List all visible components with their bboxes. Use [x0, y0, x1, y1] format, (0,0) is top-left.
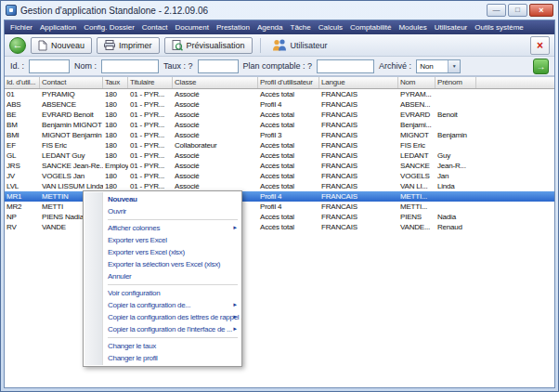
- column-header-filler: [476, 77, 554, 88]
- new-button[interactable]: Nouveau: [31, 37, 92, 54]
- table-row[interactable]: BMIMIGNOT Benjamin18001 - PYR...AssociéP…: [5, 130, 554, 140]
- filter-archived-value: Non: [420, 62, 434, 71]
- filter-archived-select[interactable]: Non ▼: [416, 59, 461, 73]
- cell-id: GL: [5, 150, 40, 161]
- context-menu-item-label: Changer le taux: [108, 342, 156, 350]
- context-menu-item[interactable]: Afficher colonnes►: [84, 222, 241, 234]
- cell-filler: [476, 212, 554, 222]
- filter-name-input[interactable]: [101, 59, 159, 73]
- context-menu-item[interactable]: Annuler: [84, 270, 241, 282]
- menubar-item-config-dossier[interactable]: Config. Dossier: [80, 23, 138, 32]
- context-menu: NouveauOuvrirAfficher colonnes►Exporter …: [83, 190, 242, 367]
- menubar-item-prestation[interactable]: Prestation: [213, 23, 254, 32]
- menubar-item-calculs[interactable]: Calculs: [315, 23, 346, 32]
- context-menu-item[interactable]: Ouvrir: [84, 205, 241, 217]
- menubar-item-fichier[interactable]: Fichier: [6, 23, 36, 32]
- cell-langue: FRANCAIS: [319, 140, 398, 150]
- context-menu-item[interactable]: Changer le taux: [84, 340, 241, 352]
- app-icon[interactable]: [6, 5, 17, 16]
- context-menu-item[interactable]: Copier la configuration de l'interface d…: [84, 323, 241, 335]
- filter-plan-label: Plan comptable : ?: [243, 61, 313, 71]
- cell-profil: Accès total: [258, 140, 319, 150]
- context-menu-item[interactable]: Copier la configuration des lettres de r…: [84, 311, 241, 323]
- cell-langue: FRANCAIS: [319, 222, 398, 232]
- table-row[interactable]: BEEVRARD Benoit18001 - PYR...AssociéAccè…: [5, 110, 554, 120]
- cell-id: BE: [5, 110, 40, 120]
- table-row[interactable]: GLLEDANT Guy18001 - PYR...AssociéAccès t…: [5, 150, 554, 161]
- close-module-button[interactable]: ×: [530, 36, 550, 55]
- back-button[interactable]: ←: [9, 37, 26, 54]
- filter-bar: Id. : Nom : Taux : ? Plan comptable : ? …: [5, 57, 554, 77]
- cell-langue: FRANCAIS: [319, 150, 398, 161]
- column-header-profil[interactable]: Profil d'utilisateur: [258, 77, 319, 88]
- cell-id: MR1: [5, 191, 40, 202]
- filter-id-input[interactable]: [29, 59, 70, 73]
- filter-id-label: Id. :: [10, 61, 24, 71]
- back-icon: ←: [13, 40, 23, 50]
- preview-button[interactable]: Prévisualisation: [164, 37, 253, 54]
- app-window: Gestion d'application Standalone - 2.12.…: [0, 0, 559, 392]
- column-header-classe[interactable]: Classe: [173, 77, 258, 88]
- menubar-item-t-che[interactable]: Tâche: [287, 23, 315, 32]
- submenu-arrow-icon: ►: [232, 323, 238, 335]
- cell-id: NP: [5, 212, 40, 222]
- filter-archived-label: Archivé :: [379, 61, 411, 71]
- maximize-button[interactable]: □: [508, 4, 527, 17]
- preview-button-label: Prévisualisation: [187, 41, 245, 50]
- cell-taux: 180: [103, 89, 128, 99]
- cell-id: LVL: [5, 181, 40, 191]
- cell-profil: Accès total: [258, 171, 319, 181]
- column-header-taux[interactable]: Taux: [103, 77, 128, 88]
- menubar-item-application[interactable]: Application: [36, 23, 80, 32]
- cell-filler: [476, 89, 554, 99]
- cell-nom: Benjami...: [398, 120, 436, 130]
- user-module-button[interactable]: Utilisateur: [268, 39, 332, 51]
- table-row[interactable]: BMBenjamin MIGNOT18001 - PYR...AssociéAc…: [5, 120, 554, 130]
- menubar-item-comptabilit-[interactable]: Comptabilité: [346, 23, 395, 32]
- cell-taux: 180: [103, 99, 128, 110]
- cell-langue: FRANCAIS: [319, 202, 398, 212]
- context-menu-item[interactable]: Nouveau: [84, 193, 241, 205]
- context-menu-item-label: Changer le profil: [108, 354, 158, 362]
- context-menu-item[interactable]: Changer le profil: [84, 352, 241, 364]
- context-menu-item[interactable]: Copier la configuration de...►: [84, 299, 241, 311]
- table-row[interactable]: ABSABSENCE18001 - PYR...AssociéProfil 4F…: [5, 99, 554, 110]
- cell-classe: Associé: [173, 171, 258, 181]
- cell-filler: [476, 202, 554, 212]
- context-menu-item-label: Copier la configuration des lettres de r…: [108, 313, 241, 321]
- filter-plan-input[interactable]: [317, 59, 374, 73]
- context-menu-item-label: Exporter vers Excel: [108, 236, 167, 244]
- menubar-item-utilisateur[interactable]: Utilisateur: [431, 23, 472, 32]
- menubar-item-modules[interactable]: Modules: [395, 23, 430, 32]
- cell-prenom: [436, 99, 476, 110]
- context-menu-item[interactable]: Exporter vers Excel: [84, 234, 241, 246]
- filter-rate-input[interactable]: [198, 59, 239, 73]
- close-button[interactable]: ×: [529, 4, 553, 17]
- menubar-item-document[interactable]: Document: [171, 23, 212, 32]
- menubar-item-outils-syst-me[interactable]: Outils système: [471, 23, 526, 32]
- table-row[interactable]: EFFIS Eric18001 - PYR...CollaborateurAcc…: [5, 140, 554, 150]
- cell-prenom: [436, 202, 476, 212]
- column-header-titulaire[interactable]: Titulaire: [128, 77, 173, 88]
- menubar-item-contact[interactable]: Contact: [138, 23, 172, 32]
- dropdown-arrow-icon: ▼: [448, 60, 460, 72]
- cell-nom: ABSEN...: [398, 99, 436, 110]
- context-menu-item[interactable]: Exporter la sélection vers Excel (xlsx): [84, 258, 241, 270]
- column-header-id[interactable]: Id. d'util...: [5, 77, 40, 88]
- table-row[interactable]: JVVOGELS Jan18001 - PYR...AssociéAccès t…: [5, 171, 554, 181]
- column-header-nom[interactable]: Nom: [398, 77, 436, 88]
- print-button[interactable]: Imprimer: [97, 37, 160, 54]
- cell-profil: Accès total: [258, 110, 319, 120]
- cell-nom: VOGELS: [398, 171, 436, 181]
- cell-profil: Accès total: [258, 89, 319, 99]
- menubar-item-agenda[interactable]: Agenda: [254, 23, 287, 32]
- context-menu-item[interactable]: Voir configuration: [84, 287, 241, 299]
- column-header-prenom[interactable]: Prénom: [436, 77, 476, 88]
- minimize-button[interactable]: —: [487, 4, 506, 17]
- table-row[interactable]: 01PYRAMIQ18001 - PYR...AssociéAccès tota…: [5, 89, 554, 99]
- context-menu-item[interactable]: Exporter vers Excel (xlsx): [84, 246, 241, 258]
- column-header-contact[interactable]: Contact: [40, 77, 103, 88]
- column-header-langue[interactable]: Langue: [319, 77, 398, 88]
- table-row[interactable]: JRSSANCKE Jean-Re...Employé01 - PYR...As…: [5, 161, 554, 171]
- apply-filter-button[interactable]: →: [533, 59, 549, 74]
